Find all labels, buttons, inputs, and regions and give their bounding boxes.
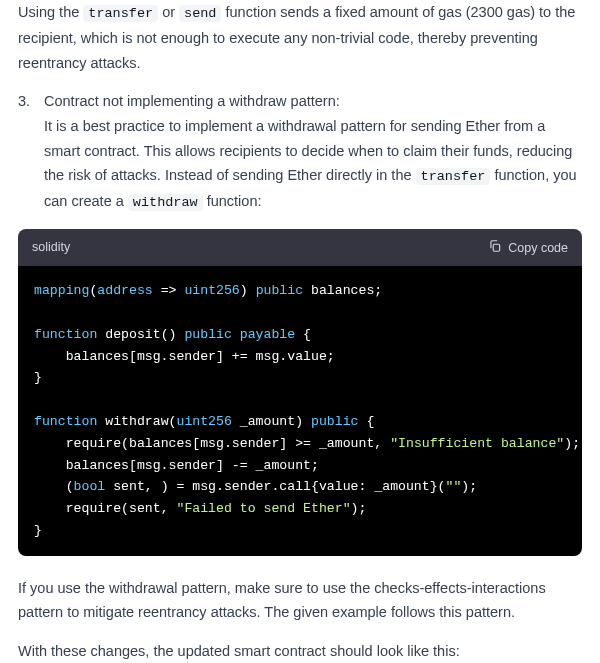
clipboard-icon xyxy=(488,239,502,256)
code-language-label: solidity xyxy=(32,237,70,258)
code-transfer: transfer xyxy=(416,168,491,185)
copy-code-button[interactable]: Copy code xyxy=(488,239,568,256)
text: function: xyxy=(203,193,262,209)
code-withdraw: withdraw xyxy=(128,194,203,211)
code-send: send xyxy=(179,5,221,22)
text: or xyxy=(158,4,179,20)
text: Using the xyxy=(18,4,83,20)
paragraph-updated-note: With these changes, the updated smart co… xyxy=(18,639,582,663)
ordered-list: Contract not implementing a withdraw pat… xyxy=(18,89,582,215)
code-body: mapping(address => uint256) public balan… xyxy=(18,266,582,555)
paragraph-withdrawal-note: If you use the withdrawal pattern, make … xyxy=(18,576,582,625)
list-item-title: Contract not implementing a withdraw pat… xyxy=(44,93,340,109)
svg-rect-0 xyxy=(493,244,499,251)
intro-paragraph: Using the transfer or send function send… xyxy=(18,0,582,75)
code-transfer: transfer xyxy=(83,5,158,22)
copy-code-label: Copy code xyxy=(508,241,568,255)
code-block: solidity Copy code mapping(address => ui… xyxy=(18,229,582,556)
code-header: solidity Copy code xyxy=(18,229,582,266)
list-item: Contract not implementing a withdraw pat… xyxy=(18,89,582,215)
